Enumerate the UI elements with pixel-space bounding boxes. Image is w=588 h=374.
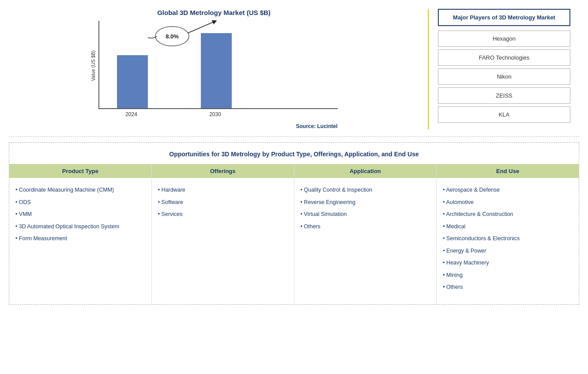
players-title: Major Players of 3D Metrology Market (438, 9, 570, 26)
page-container: Global 3D Metrology Market (US $B) Value… (0, 0, 588, 374)
y-axis-label: Value (US $B) (90, 50, 96, 81)
bottom-title: Opportunities for 3D Metrology by Produc… (9, 147, 579, 164)
list-item: ODS (15, 196, 145, 209)
list-item: Semiconductors & Electronics (443, 233, 573, 245)
vertical-separator (428, 9, 429, 129)
list-item: Energy & Power (443, 245, 573, 257)
list-item: Reverse Engineering (301, 196, 430, 209)
player-kla: KLA (438, 106, 570, 123)
cagr-arrow-svg: 8.0% (148, 16, 236, 56)
columns-row: Product Type Coordinate Measuring Machin… (9, 164, 579, 304)
list-item: Services (158, 208, 288, 221)
bottom-section: Opportunities for 3D Metrology by Produc… (9, 142, 579, 305)
source-text: Source: Lucintel (90, 123, 338, 129)
player-faro: FARO Technologies (438, 49, 570, 66)
list-item: Automotive (443, 196, 573, 209)
bar-2024 (117, 55, 148, 108)
list-item: Virtual Simulation (301, 208, 430, 221)
end-use-column: End Use Aerospace & Defense Automotive A… (437, 164, 579, 304)
list-item: Software (158, 196, 288, 209)
list-item: 3D Automated Optical Inspection System (15, 221, 145, 233)
player-nikon: Nikon (438, 68, 570, 85)
product-type-column: Product Type Coordinate Measuring Machin… (9, 164, 152, 304)
application-column: Application Quality Control & Inspection… (294, 164, 437, 304)
x-label-2024: 2024 (116, 111, 147, 117)
player-zeiss: ZEISS (438, 87, 570, 104)
top-section: Global 3D Metrology Market (US $B) Value… (0, 0, 588, 134)
x-labels: 2024 2030 (98, 109, 338, 120)
list-item: Coordinate Measuring Machine (CMM) (15, 184, 145, 196)
list-item: Aerospace & Defense (443, 184, 573, 196)
list-item: Heavy Machinery (443, 257, 573, 269)
list-item: Hardware (158, 184, 288, 196)
end-use-header: End Use (437, 164, 579, 178)
list-item: Mining (443, 269, 573, 282)
offerings-column: Offerings Hardware Software Services (152, 164, 294, 304)
list-item: Others (443, 281, 573, 294)
application-items: Quality Control & Inspection Reverse Eng… (294, 182, 437, 234)
offerings-header: Offerings (152, 164, 294, 178)
application-header: Application (294, 164, 437, 178)
chart-wrapper: Value (US $B) 8.0% (90, 21, 338, 120)
end-use-items: Aerospace & Defense Automotive Architect… (437, 182, 579, 295)
svg-line-2 (188, 21, 216, 33)
svg-text:8.0%: 8.0% (166, 33, 179, 40)
horiz-separator (9, 136, 579, 137)
product-type-header: Product Type (9, 164, 151, 178)
chart-title: Global 3D Metrology Market (US $B) (157, 9, 271, 16)
offerings-items: Hardware Software Services (152, 182, 294, 223)
player-hexagon: Hexagon (438, 30, 570, 47)
list-item: Others (301, 221, 430, 233)
list-item: VMM (15, 208, 145, 221)
bar-2024-group (117, 55, 148, 108)
list-item: Architecture & Construction (443, 208, 573, 221)
list-item: Form Measurement (15, 233, 145, 245)
players-panel: Major Players of 3D Metrology Market Hex… (433, 9, 575, 129)
x-label-2030: 2030 (200, 111, 231, 117)
bars-container: 8.0% (98, 21, 338, 109)
chart-plot: 8.0% (98, 21, 338, 120)
product-type-items: Coordinate Measuring Machine (CMM) ODS V… (9, 182, 151, 247)
list-item: Medical (443, 221, 573, 233)
list-item: Quality Control & Inspection (301, 184, 430, 196)
chart-area: Global 3D Metrology Market (US $B) Value… (13, 9, 423, 129)
